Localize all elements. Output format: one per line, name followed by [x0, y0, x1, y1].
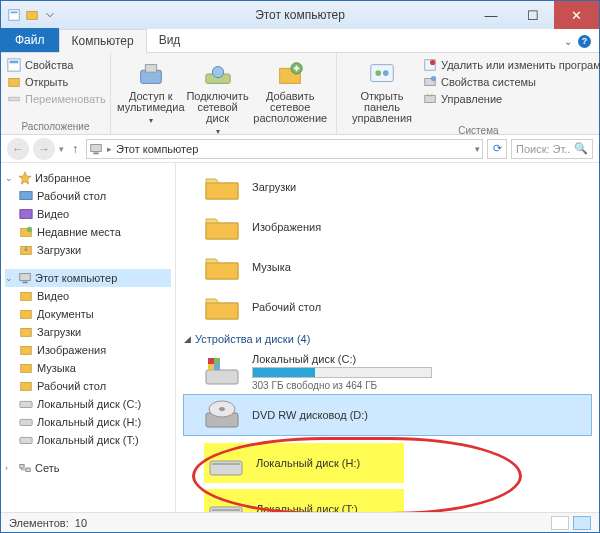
nav-item-downloads[interactable]: Загрузки	[5, 241, 171, 259]
refresh-button[interactable]: ⟳	[487, 139, 507, 159]
manage-button[interactable]: Управление	[423, 91, 600, 107]
drive-icon	[19, 415, 33, 429]
svg-rect-53	[212, 509, 240, 511]
drive-h[interactable]: Локальный диск (H:)	[204, 443, 404, 483]
folder-desktop[interactable]: Рабочий стол	[184, 287, 591, 327]
new-folder-icon[interactable]	[25, 8, 39, 22]
search-box[interactable]: 🔍	[511, 139, 593, 159]
close-button[interactable]: ✕	[554, 1, 599, 29]
add-network-location-button[interactable]: Добавить сетевое расположение	[250, 57, 330, 124]
drive-usage-bar	[252, 367, 432, 378]
nav-network-header[interactable]: ›Сеть	[5, 459, 171, 477]
collapse-icon[interactable]: ◢	[184, 334, 191, 344]
media-access-button[interactable]: Доступ к мультимедиа▾	[117, 57, 185, 126]
breadcrumb-separator-icon[interactable]: ▸	[107, 144, 112, 154]
address-row: ← → ▾ ↑ ▸ Этот компьютер ▾ ⟳ 🔍	[1, 135, 599, 163]
dvd-drive-icon	[204, 399, 240, 431]
open-button[interactable]: Открыть	[7, 74, 106, 90]
nav-item-drive-c[interactable]: Локальный диск (C:)	[5, 395, 171, 413]
expand-icon[interactable]: ›	[5, 463, 15, 473]
svg-rect-25	[20, 210, 32, 219]
nav-item-images[interactable]: Изображения	[5, 341, 171, 359]
nav-item-drive-h[interactable]: Локальный диск (H:)	[5, 413, 171, 431]
svg-rect-21	[91, 144, 102, 151]
folder-images[interactable]: Изображения	[184, 207, 591, 247]
status-elements-label: Элементов:	[9, 517, 69, 529]
view-details-button[interactable]	[551, 516, 569, 530]
collapse-icon[interactable]: ⌄	[5, 173, 15, 183]
collapse-icon[interactable]: ⌄	[5, 273, 15, 283]
system-properties-icon	[423, 75, 437, 89]
svg-rect-37	[20, 401, 32, 407]
folder-icon	[204, 211, 240, 243]
svg-rect-36	[21, 383, 32, 391]
nav-item-music[interactable]: Музыка	[5, 359, 171, 377]
drive-dvd[interactable]: DVD RW дисковод (D:)	[184, 395, 591, 435]
tab-file[interactable]: Файл	[1, 28, 59, 52]
computer-icon	[18, 271, 32, 285]
media-icon	[136, 59, 166, 89]
svg-rect-31	[21, 293, 32, 301]
svg-rect-46	[208, 364, 214, 370]
nav-item-desktop2[interactable]: Рабочий стол	[5, 377, 171, 395]
tab-view[interactable]: Вид	[147, 28, 193, 52]
nav-item-drive-t[interactable]: Локальный диск (T:)	[5, 431, 171, 449]
drive-t[interactable]: Локальный диск (T:)	[204, 489, 404, 512]
system-properties-button[interactable]: Свойства системы	[423, 74, 600, 90]
properties-icon	[7, 58, 21, 72]
nav-item-recent[interactable]: Недавние места	[5, 223, 171, 241]
nav-favorites-header[interactable]: ⌄Избранное	[5, 169, 171, 187]
address-bar[interactable]: ▸ Этот компьютер ▾	[86, 139, 483, 159]
drive-icon	[208, 447, 244, 479]
folder-music[interactable]: Музыка	[184, 247, 591, 287]
svg-rect-51	[212, 463, 240, 465]
svg-rect-2	[27, 12, 38, 20]
svg-rect-5	[9, 79, 20, 87]
documents-folder-icon	[19, 307, 33, 321]
svg-rect-34	[21, 347, 32, 355]
devices-section-header[interactable]: ◢Устройства и диски (4)	[184, 327, 591, 349]
view-tiles-button[interactable]	[573, 516, 591, 530]
help-icon[interactable]: ?	[578, 35, 591, 48]
nav-item-video2[interactable]: Видео	[5, 287, 171, 305]
properties-icon[interactable]	[7, 8, 21, 22]
navigation-pane[interactable]: ⌄Избранное Рабочий стол Видео Недавние м…	[1, 163, 176, 512]
nav-item-documents[interactable]: Документы	[5, 305, 171, 323]
nav-up-button[interactable]: ↑	[68, 142, 82, 156]
nav-item-downloads2[interactable]: Загрузки	[5, 323, 171, 341]
network-drive-icon	[203, 59, 233, 89]
properties-button[interactable]: Свойства	[7, 57, 106, 73]
breadcrumb-computer[interactable]: Этот компьютер	[116, 143, 198, 155]
nav-back-button[interactable]: ←	[7, 138, 29, 160]
tab-computer[interactable]: Компьютер	[59, 29, 147, 53]
maximize-button[interactable]: ☐	[512, 1, 554, 29]
svg-rect-38	[20, 419, 32, 425]
window-title: Этот компьютер	[255, 8, 345, 22]
qat-dropdown-icon[interactable]	[43, 8, 57, 22]
address-dropdown-icon[interactable]: ▾	[475, 144, 480, 154]
minimize-button[interactable]: —	[470, 1, 512, 29]
nav-item-video[interactable]: Видео	[5, 205, 171, 223]
status-bar: Элементов: 10	[1, 512, 599, 532]
search-input[interactable]	[516, 143, 570, 155]
uninstall-icon	[423, 58, 437, 72]
control-panel-button[interactable]: Открыть панель управления	[343, 57, 421, 124]
svg-rect-39	[20, 437, 32, 443]
uninstall-program-button[interactable]: Удалить или изменить программу	[423, 57, 600, 73]
svg-point-19	[431, 76, 436, 81]
content-pane[interactable]: Загрузки Изображения Музыка Рабочий стол…	[176, 163, 599, 512]
ribbon-collapse-icon[interactable]: ⌄	[564, 36, 572, 47]
drive-c[interactable]: Локальный диск (C:) 303 ГБ свободно из 4…	[184, 349, 591, 395]
svg-rect-33	[21, 329, 32, 337]
open-icon	[7, 75, 21, 89]
nav-item-desktop[interactable]: Рабочий стол	[5, 187, 171, 205]
nav-computer-header[interactable]: ⌄Этот компьютер	[5, 269, 171, 287]
recent-icon	[19, 225, 33, 239]
map-drive-button[interactable]: Подключить сетевой диск▾	[185, 57, 251, 137]
nav-history-dropdown[interactable]: ▾	[59, 144, 64, 154]
folder-downloads[interactable]: Загрузки	[184, 167, 591, 207]
svg-point-10	[212, 67, 223, 78]
os-drive-icon	[204, 356, 240, 388]
svg-rect-6	[9, 97, 20, 101]
svg-rect-40	[20, 465, 24, 469]
